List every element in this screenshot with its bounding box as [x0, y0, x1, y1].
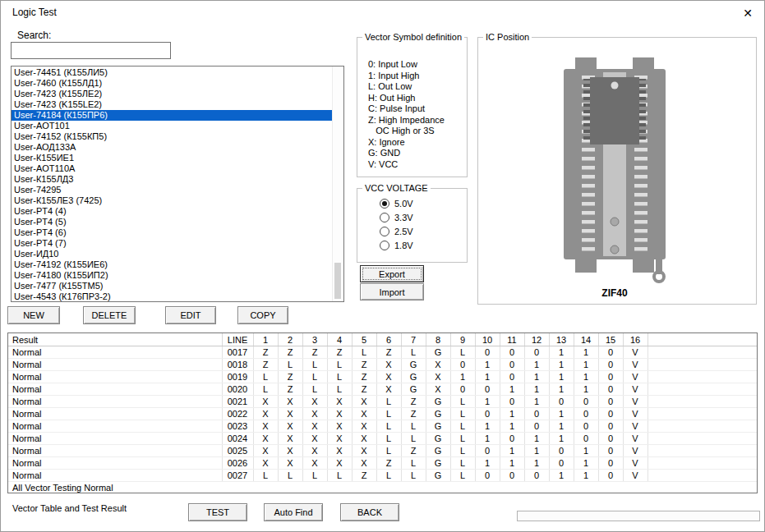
- list-item[interactable]: User-PT4 (7): [12, 238, 333, 249]
- test-button[interactable]: TEST: [188, 503, 247, 521]
- line-cell: 0021: [222, 396, 253, 408]
- vector-cell: X: [253, 457, 278, 470]
- chip-list[interactable]: User-74451 (К155ЛИ5)User-7460 (К155ЛД1)U…: [11, 66, 344, 302]
- vector-cell: 1: [574, 346, 598, 359]
- vector-cell: X: [302, 457, 327, 470]
- vector-cell: V: [623, 346, 647, 359]
- list-item[interactable]: User-К155ИЕ1: [12, 153, 333, 163]
- import-button[interactable]: Import: [360, 283, 424, 300]
- close-button[interactable]: ✕: [734, 2, 762, 23]
- vector-cell: 0: [598, 359, 623, 371]
- filler-cell: [647, 470, 757, 482]
- vector-cell: L: [278, 359, 302, 371]
- list-item[interactable]: User-74451 (К155ЛИ5): [12, 67, 333, 78]
- column-header: 10: [475, 333, 500, 346]
- edit-button[interactable]: EDIT: [165, 306, 216, 324]
- list-item[interactable]: User-PT4 (5): [12, 217, 333, 227]
- list-item[interactable]: User-К155ЛД3: [12, 174, 333, 185]
- vector-cell: X: [278, 396, 302, 408]
- result-cell: Normal: [8, 371, 222, 383]
- list-item[interactable]: User-7460 (К155ЛД1): [12, 78, 333, 89]
- vector-cell: 1: [475, 457, 500, 470]
- list-item[interactable]: User-7423 (К155ЛЕ2): [12, 89, 333, 99]
- auto-find-button[interactable]: Auto Find: [264, 503, 323, 521]
- scrollbar-thumb[interactable]: [334, 263, 341, 299]
- vcc-option-2.5V[interactable]: 2.5V: [380, 224, 467, 238]
- list-item[interactable]: User-7423 (K155LE2): [12, 99, 333, 110]
- list-item[interactable]: User-74180 (К155ИП2): [12, 270, 333, 281]
- result-cell: Normal: [8, 408, 222, 420]
- new-button[interactable]: NEW: [7, 306, 60, 324]
- back-button[interactable]: BACK: [340, 503, 399, 521]
- vcc-option-5.0V[interactable]: 5.0V: [380, 196, 467, 210]
- list-item[interactable]: User-7477 (К155ТМ5): [12, 281, 333, 291]
- vector-cell: 0: [500, 346, 524, 359]
- list-item[interactable]: User-74295: [12, 185, 333, 195]
- vector-cell: X: [302, 396, 327, 408]
- list-item[interactable]: User-ИД10: [12, 249, 333, 259]
- vcc-voltage-title: VCC VOLTAGE: [362, 183, 431, 193]
- vector-cell: L: [302, 359, 327, 371]
- list-item[interactable]: User-74184 (К155ПР6): [12, 110, 333, 121]
- symbol-definition-line: L: Out Low: [368, 81, 467, 93]
- close-icon: ✕: [743, 7, 753, 20]
- list-item[interactable]: User-PT4 (6): [12, 227, 333, 238]
- radio-icon[interactable]: [380, 199, 389, 209]
- vector-cell: X: [278, 433, 302, 445]
- search-label: Search:: [17, 30, 51, 41]
- list-item[interactable]: User-AOT110A: [12, 163, 333, 174]
- vector-cell: 1: [524, 445, 549, 457]
- vector-cell: X: [278, 457, 302, 470]
- list-item[interactable]: User-АОД133А: [12, 142, 333, 153]
- vcc-option-1.8V[interactable]: 1.8V: [380, 238, 467, 252]
- list-item[interactable]: User-AOT101: [12, 121, 333, 131]
- vector-cell: V: [623, 371, 647, 383]
- radio-icon[interactable]: [380, 241, 389, 250]
- vector-cell: Z: [352, 371, 376, 383]
- list-item[interactable]: User-PT4 (4): [12, 206, 333, 217]
- vector-cell: 1: [574, 470, 598, 482]
- list-item[interactable]: User-74152 (К155КП5): [12, 131, 333, 142]
- vector-cell: G: [426, 470, 450, 482]
- radio-label: 2.5V: [394, 227, 413, 236]
- radio-icon[interactable]: [380, 213, 389, 222]
- zif-socket: ZIF40: [551, 57, 679, 299]
- vector-cell: 0: [475, 470, 500, 482]
- vector-cell: 0: [598, 470, 623, 482]
- symbol-definition-line: C: Pulse Input: [368, 103, 467, 115]
- vector-cell: G: [401, 371, 426, 383]
- vcc-option-3.3V[interactable]: 3.3V: [380, 210, 467, 224]
- vector-cell: 0: [475, 346, 500, 359]
- table-row: Normal0018ZLLLZXGX0101110V: [8, 359, 757, 371]
- list-scrollbar[interactable]: [332, 66, 343, 301]
- list-item[interactable]: User-4543 (К176ПР3-2): [12, 291, 333, 302]
- symbol-definition-line: 0: Input Low: [368, 59, 467, 71]
- copy-button[interactable]: COPY: [237, 306, 288, 324]
- line-cell: 0022: [222, 408, 253, 420]
- delete-button[interactable]: DELETE: [83, 306, 136, 324]
- vector-cell: G: [426, 433, 450, 445]
- chip-notch: [611, 82, 619, 89]
- list-item[interactable]: User-К155ЛЕ3 (7425): [12, 195, 333, 206]
- column-header: 16: [623, 333, 647, 346]
- vector-cell: X: [352, 445, 376, 457]
- list-item[interactable]: User-74192 (К155ИЕ6): [12, 259, 333, 270]
- vector-cell: X: [426, 371, 450, 383]
- titlebar[interactable]: Logic Test ✕: [1, 1, 764, 25]
- vector-cell: L: [401, 346, 426, 359]
- filler-cell: [647, 346, 757, 359]
- vector-cell: 1: [574, 383, 598, 396]
- vector-cell: X: [253, 396, 278, 408]
- vector-cell: L: [327, 371, 352, 383]
- vector-cell: X: [253, 420, 278, 433]
- result-cell: Normal: [8, 457, 222, 470]
- vector-cell: 0: [598, 408, 623, 420]
- column-header: 15: [598, 333, 623, 346]
- table-row: Normal0019LZLLZXGX1101110V: [8, 371, 757, 383]
- vector-cell: L: [376, 408, 401, 420]
- export-button[interactable]: Export: [360, 265, 424, 282]
- radio-icon[interactable]: [380, 227, 389, 236]
- result-cell: Normal: [8, 433, 222, 445]
- search-input[interactable]: [11, 42, 171, 59]
- vector-cell: 0: [524, 408, 549, 420]
